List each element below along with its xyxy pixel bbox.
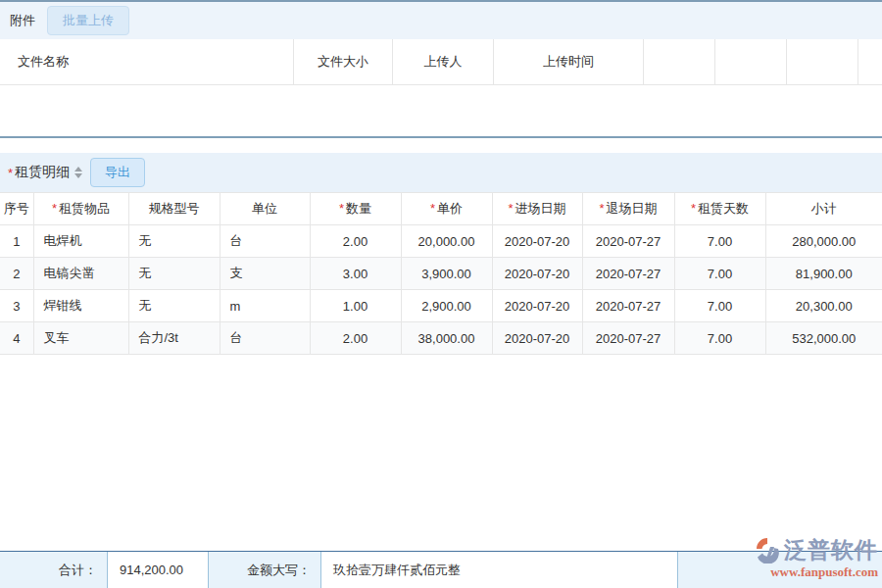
rental-cell[interactable]: 合力/3t bbox=[128, 322, 220, 355]
rental-col-header: *退场日期 bbox=[582, 193, 674, 225]
batch-upload-button[interactable]: 批量上传 bbox=[47, 6, 129, 35]
table-row: 2电镐尖凿无支3.003,900.002020-07-202020-07-277… bbox=[0, 258, 882, 290]
vendor-name: 泛普软件 bbox=[784, 539, 878, 562]
rental-col-header: 单位 bbox=[220, 193, 310, 225]
attachment-label: 附件 bbox=[10, 12, 35, 29]
rental-cell[interactable]: 叉车 bbox=[33, 322, 128, 355]
sort-updown-icon[interactable] bbox=[74, 167, 82, 178]
rental-cell[interactable]: 台 bbox=[220, 225, 310, 258]
required-asterisk: * bbox=[8, 166, 13, 180]
attachment-col-header bbox=[644, 39, 715, 85]
rental-cell: 1 bbox=[0, 225, 33, 258]
rental-col-header: 序号 bbox=[0, 193, 33, 225]
table-row: 1电焊机无台2.0020,000.002020-07-202020-07-277… bbox=[0, 225, 882, 258]
rental-cell[interactable]: 2020-07-27 bbox=[582, 225, 674, 258]
rental-cell[interactable]: 2020-07-27 bbox=[582, 290, 674, 322]
rental-cell[interactable]: 2020-07-20 bbox=[492, 258, 582, 290]
rental-cell[interactable]: 2020-07-27 bbox=[582, 322, 674, 355]
required-asterisk: * bbox=[508, 201, 513, 216]
table-row: 4叉车合力/3t台2.0038,000.002020-07-202020-07-… bbox=[0, 322, 882, 355]
totals-footer: 合计： 914,200.00 金额大写： 玖拾壹万肆仟贰佰元整 bbox=[0, 551, 882, 588]
rental-header-row: 序号*租赁物品规格型号单位*数量*单价*进场日期*退场日期*租赁天数小计 bbox=[0, 193, 882, 225]
attachment-col-header: 文件名称 bbox=[0, 39, 294, 85]
attachment-table: 文件名称文件大小上传人上传时间 bbox=[0, 39, 882, 85]
vendor-url: www.fanpusoft.com bbox=[770, 565, 878, 578]
amount-words-value: 玖拾壹万肆仟贰佰元整 bbox=[321, 552, 678, 588]
attachment-header-row: 文件名称文件大小上传人上传时间 bbox=[0, 39, 882, 85]
attachment-col-header: 文件大小 bbox=[294, 39, 393, 85]
rental-cell[interactable]: m bbox=[220, 290, 310, 322]
rental-cell[interactable]: 7.00 bbox=[674, 225, 765, 258]
attachment-col-header bbox=[858, 39, 882, 85]
section-gap bbox=[0, 138, 882, 153]
vendor-logo: 泛普软件 www.fanpusoft.com bbox=[754, 536, 878, 578]
rental-cell[interactable]: 电焊机 bbox=[33, 225, 128, 258]
rental-cell[interactable]: 7.00 bbox=[674, 322, 765, 355]
rental-col-header: 规格型号 bbox=[128, 193, 220, 225]
required-asterisk: * bbox=[691, 201, 696, 216]
required-asterisk: * bbox=[599, 201, 604, 216]
rental-cell: 4 bbox=[0, 322, 33, 355]
total-value: 914,200.00 bbox=[108, 552, 209, 588]
amount-words-label: 金额大写： bbox=[209, 552, 321, 588]
rental-col-header: *单价 bbox=[401, 193, 492, 225]
rental-cell[interactable]: 无 bbox=[128, 258, 220, 290]
attachment-col-header: 上传时间 bbox=[494, 39, 644, 85]
attachment-col-header bbox=[787, 39, 858, 85]
rental-cell[interactable]: 3.00 bbox=[310, 258, 401, 290]
fanpu-logo-icon bbox=[754, 536, 781, 564]
rental-cell[interactable]: 电镐尖凿 bbox=[33, 258, 128, 290]
rental-cell[interactable]: 2.00 bbox=[310, 322, 401, 355]
required-asterisk: * bbox=[52, 201, 57, 216]
rental-cell[interactable]: 20,000.00 bbox=[401, 225, 492, 258]
rental-cell[interactable]: 无 bbox=[128, 225, 220, 258]
rental-section-bar: * 租赁明细 导出 bbox=[0, 153, 882, 192]
rental-cell[interactable]: 7.00 bbox=[674, 258, 765, 290]
rental-col-header: *数量 bbox=[310, 193, 401, 225]
rental-col-header: *租赁物品 bbox=[33, 193, 128, 225]
rental-table: 序号*租赁物品规格型号单位*数量*单价*进场日期*退场日期*租赁天数小计 1电焊… bbox=[0, 192, 882, 355]
rental-cell[interactable]: 38,000.00 bbox=[401, 322, 492, 355]
rental-cell[interactable]: 焊钳线 bbox=[33, 290, 128, 322]
attachment-toolbar: 附件 批量上传 bbox=[0, 2, 882, 39]
rental-cell[interactable]: 2020-07-27 bbox=[582, 258, 674, 290]
rental-cell[interactable]: 2020-07-20 bbox=[492, 322, 582, 355]
rental-cell[interactable]: 81,900.00 bbox=[765, 258, 882, 290]
attachment-col-header bbox=[715, 39, 787, 85]
rental-cell[interactable]: 2,900.00 bbox=[401, 290, 492, 322]
rental-cell: 3 bbox=[0, 290, 33, 322]
content-spacer bbox=[0, 355, 882, 551]
rental-cell[interactable]: 20,300.00 bbox=[765, 290, 882, 322]
rental-cell[interactable]: 台 bbox=[220, 322, 310, 355]
rental-cell[interactable]: 3,900.00 bbox=[401, 258, 492, 290]
total-label: 合计： bbox=[0, 552, 108, 588]
rental-cell[interactable]: 280,000.00 bbox=[765, 225, 882, 258]
rental-cell[interactable]: 2.00 bbox=[310, 225, 401, 258]
rental-cell: 2 bbox=[0, 258, 33, 290]
attachment-empty-body bbox=[0, 85, 882, 136]
rental-table-body: 1电焊机无台2.0020,000.002020-07-202020-07-277… bbox=[0, 225, 882, 355]
rental-cell[interactable]: 2020-07-20 bbox=[492, 225, 582, 258]
required-asterisk: * bbox=[339, 201, 344, 216]
table-row: 3焊钳线无m1.002,900.002020-07-202020-07-277.… bbox=[0, 290, 882, 322]
attachment-col-header: 上传人 bbox=[393, 39, 494, 85]
rental-col-header: *进场日期 bbox=[492, 193, 582, 225]
rental-cell[interactable]: 7.00 bbox=[674, 290, 765, 322]
export-button[interactable]: 导出 bbox=[90, 158, 145, 187]
rental-cell[interactable]: 无 bbox=[128, 290, 220, 322]
rental-section-title: 租赁明细 bbox=[15, 164, 70, 181]
rental-cell[interactable]: 1.00 bbox=[310, 290, 401, 322]
rental-cell[interactable]: 532,000.00 bbox=[765, 322, 882, 355]
required-asterisk: * bbox=[430, 201, 435, 216]
rental-cell[interactable]: 支 bbox=[220, 258, 310, 290]
rental-col-header: 小计 bbox=[765, 193, 882, 225]
rental-cell[interactable]: 2020-07-20 bbox=[492, 290, 582, 322]
rental-col-header: *租赁天数 bbox=[674, 193, 765, 225]
